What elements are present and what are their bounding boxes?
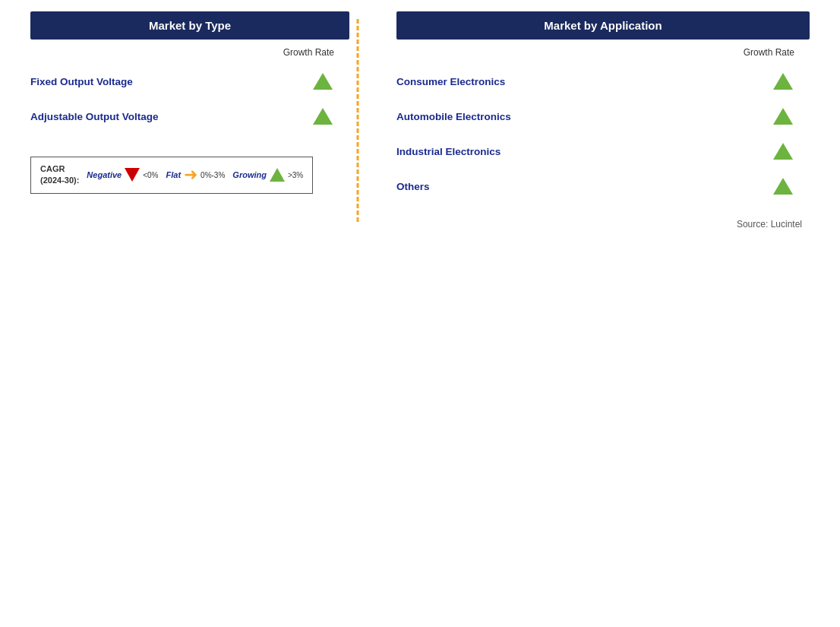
legend-negative-sub: <0% — [143, 171, 158, 179]
right-panel: Market by Application Growth Rate Consum… — [366, 11, 810, 230]
growth-arrow-up-icon — [773, 73, 793, 90]
legend-negative-label: Negative — [87, 170, 122, 179]
legend-item-negative: Negative <0% — [87, 168, 158, 182]
item-label-automobile: Automobile Electronics — [396, 111, 511, 122]
legend-box: CAGR (2024-30): Negative <0% Flat ➜ 0%-3… — [30, 157, 313, 194]
legend-growing-label: Growing — [232, 170, 267, 179]
list-item: Adjustable Output Voltage — [30, 99, 349, 134]
legend-growing-sub: >3% — [288, 171, 303, 179]
right-items-container: Consumer Electronics Automobile Electron… — [396, 64, 810, 204]
item-label-fixed: Fixed Output Voltage — [30, 76, 133, 87]
left-growth-rate-label: Growth Rate — [30, 47, 349, 58]
right-growth-rate-label: Growth Rate — [396, 47, 810, 58]
negative-arrow-icon — [125, 168, 140, 182]
legend-flat-sub: 0%-3% — [201, 171, 225, 179]
legend-item-growing: Growing >3% — [232, 168, 303, 182]
growth-arrow-up-icon — [773, 143, 793, 160]
left-panel: Market by Type Growth Rate Fixed Output … — [30, 11, 349, 230]
legend-title: CAGR (2024-30): — [40, 163, 79, 187]
left-items-container: Fixed Output Voltage Adjustable Output V… — [30, 64, 349, 134]
source-label: Source: Lucintel — [396, 219, 810, 230]
item-label-others: Others — [396, 181, 430, 192]
item-label-consumer: Consumer Electronics — [396, 76, 505, 87]
left-panel-header: Market by Type — [30, 11, 349, 40]
growth-arrow-up-icon — [313, 73, 333, 90]
legend-flat-label: Flat — [166, 170, 182, 179]
list-item: Automobile Electronics — [396, 99, 810, 134]
item-label-adjustable: Adjustable Output Voltage — [30, 111, 159, 122]
list-item: Others — [396, 169, 810, 204]
flat-arrow-icon: ➜ — [184, 166, 197, 183]
list-item: Consumer Electronics — [396, 64, 810, 99]
growth-arrow-up-icon — [313, 108, 333, 125]
growing-arrow-icon — [270, 168, 285, 182]
list-item: Fixed Output Voltage — [30, 64, 349, 99]
legend-item-flat: Flat ➜ 0%-3% — [166, 166, 226, 183]
growth-arrow-up-icon — [773, 108, 793, 125]
item-label-industrial: Industrial Electronics — [396, 146, 501, 157]
right-panel-header: Market by Application — [396, 11, 810, 40]
list-item: Industrial Electronics — [396, 134, 810, 169]
vertical-divider — [357, 11, 358, 230]
growth-arrow-up-icon — [773, 178, 793, 195]
